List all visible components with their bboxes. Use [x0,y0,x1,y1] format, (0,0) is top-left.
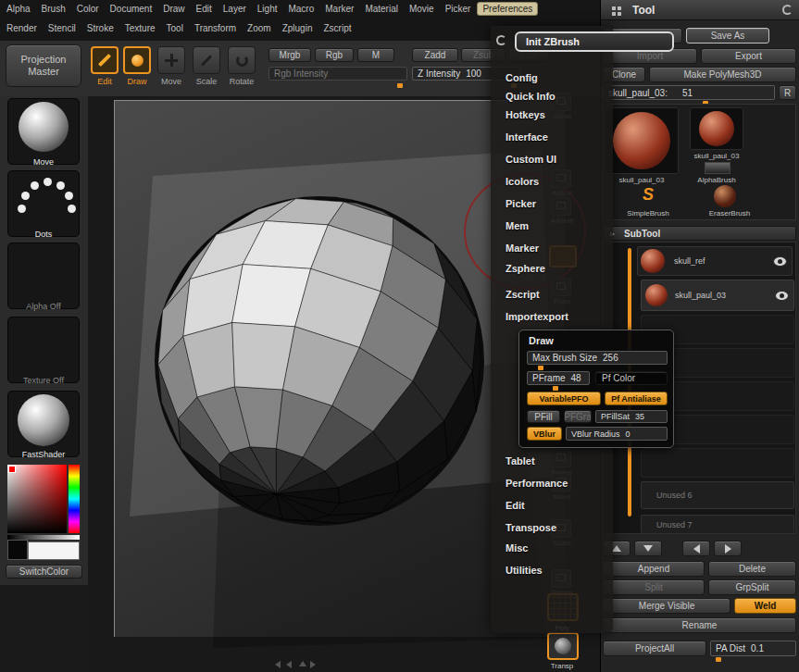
subtool-item-unused7[interactable]: Unused 7 [641,515,794,533]
alpha-preview[interactable] [7,243,80,309]
subtool-empty-slot[interactable] [641,448,794,478]
menu-transform[interactable]: Transform [190,21,241,35]
scroll-right-icon[interactable] [310,661,316,668]
scroll-left2-icon[interactable] [286,661,292,668]
rgb-intensity-nub[interactable] [397,83,403,88]
menu-zscript[interactable]: Zscript [318,21,356,35]
menu-movie[interactable]: Movie [405,2,439,16]
current-tool-preview[interactable] [7,98,80,165]
save-as-button[interactable]: Save As [686,28,769,44]
scroll-left-icon[interactable] [275,661,281,668]
subtool-item-skull-paul[interactable]: skull_paul_03 [641,280,794,311]
max-brush-size-nub[interactable] [538,366,543,370]
prefs-item-quick-info[interactable]: Quick Info [506,91,556,102]
menu-marker[interactable]: Marker [320,2,358,16]
tool-palette-header[interactable]: Tool [601,0,799,20]
menu-stroke[interactable]: Stroke [82,21,119,35]
subtool-item-unused6[interactable]: Unused 6 [641,481,794,509]
menu-material[interactable]: Material [360,2,403,16]
draw-mode-button[interactable] [123,46,151,74]
menu-render[interactable]: Render [2,21,42,35]
menu-document[interactable]: Document [106,2,157,16]
switch-color-button[interactable]: SwitchColor [6,565,82,579]
menu-stencil[interactable]: Stencil [44,21,81,35]
prefs-refresh-icon[interactable] [496,35,506,45]
palette-refresh-icon[interactable] [782,5,793,15]
subtool-shift-up-button[interactable] [682,541,710,556]
grpsplit-button[interactable]: GrpSplit [708,579,796,595]
prefs-item-custom-ui[interactable]: Custom UI [506,154,556,165]
menu-draw[interactable]: Draw [158,2,189,16]
prefs-item-importexport[interactable]: Importexport [506,311,568,322]
alpha-brush-icon[interactable] [705,162,730,174]
prefs-item-transpose[interactable]: Transpose [506,522,556,533]
weld-button[interactable]: Weld [734,598,796,614]
pframe-nub[interactable] [553,386,558,391]
color-picker-cursor[interactable] [8,466,16,473]
menu-tool[interactable]: Tool [162,21,188,35]
prefs-item-performance[interactable]: Performance [506,478,568,489]
menu-picker[interactable]: Picker [441,2,476,16]
prefs-item-tablet[interactable]: Tablet [506,455,535,467]
prefs-item-misc[interactable]: Misc [506,542,528,554]
menu-zplugin[interactable]: Zplugin [278,21,318,35]
rgb-button[interactable]: Rgb [315,48,354,62]
visibility-eye-icon[interactable] [775,291,789,301]
rotate-mode-button[interactable] [228,46,256,74]
export-button[interactable]: Export [701,48,796,64]
menu-texture[interactable]: Texture [120,21,160,35]
m-button[interactable]: M [357,48,394,62]
prefs-item-marker[interactable]: Marker [506,243,539,254]
menu-layer[interactable]: Layer [218,2,251,16]
visibility-eye-icon[interactable] [773,256,787,267]
prefs-item-interface[interactable]: Interface [506,131,548,143]
merge-visible-button[interactable]: Merge Visible [603,598,730,614]
menu-macro[interactable]: Macro [283,2,318,16]
prefs-item-utilities[interactable]: Utilities [506,565,543,576]
scroll-up-icon[interactable] [299,661,306,666]
prefs-item-icolors[interactable]: Icolors [506,176,539,187]
menu-color[interactable]: Color [72,2,104,16]
material-preview[interactable] [7,391,80,457]
max-brush-size-slider[interactable]: Max Brush Size 256 [527,351,668,365]
texture-preview[interactable] [7,317,80,383]
append-button[interactable]: Append [603,561,705,577]
prefs-item-zsphere[interactable]: Zsphere [506,263,545,274]
menu-brush[interactable]: Brush [37,2,70,16]
recent-tool-thumbnail[interactable] [690,107,743,150]
rgb-intensity-slider[interactable]: Rgb Intensity [268,67,407,81]
menu-zoom[interactable]: Zoom [243,21,276,35]
pf-color-button[interactable]: Pf Color [595,371,668,385]
edit-mode-button[interactable] [91,46,119,74]
move-mode-button[interactable] [157,46,185,74]
vblur-radius-slider[interactable]: VBlur Radius 0 [566,427,668,441]
pa-dist-slider[interactable]: PA Dist 0.1 [710,641,796,656]
secondary-color-swatch[interactable] [28,541,80,560]
scale-mode-button[interactable] [193,46,220,74]
color-sv-picker[interactable] [7,465,67,533]
subtool-item-skull-ref[interactable]: skull_ref [637,246,793,276]
pframe-slider[interactable]: PFrame 48 [527,371,590,385]
subtool-shift-down-button[interactable] [714,541,742,556]
prefs-item-hotkeys[interactable]: Hotkeys [506,109,545,120]
delete-button[interactable]: Delete [708,561,796,577]
current-tool-thumbnail[interactable] [605,107,679,174]
prefs-item-picker[interactable]: Picker [506,198,536,209]
make-polymesh3d-button[interactable]: Make PolyMesh3D [649,67,796,82]
simple-brush-icon[interactable]: S [634,185,662,207]
variablepfo-button[interactable]: VariablePFO [527,392,601,405]
mrgb-button[interactable]: Mrgb [268,48,311,62]
pa-dist-nub[interactable] [716,657,721,662]
pfill-button[interactable]: PFill [527,410,560,423]
zadd-button[interactable]: Zadd [412,48,458,62]
pf-antialiase-button[interactable]: Pf Antialiase [605,392,668,405]
stroke-preview[interactable] [7,170,80,237]
transp-icon[interactable] [547,632,579,660]
rename-button[interactable]: Rename [603,617,796,633]
projectall-button[interactable]: ProjectAll [603,641,706,656]
vblur-button[interactable]: VBlur [527,427,562,441]
prefs-item-edit[interactable]: Edit [506,500,525,511]
subtool-header[interactable]: SubTool [603,226,796,241]
prefs-item-config[interactable]: Config [506,72,538,83]
eraser-brush-icon[interactable] [714,185,736,207]
